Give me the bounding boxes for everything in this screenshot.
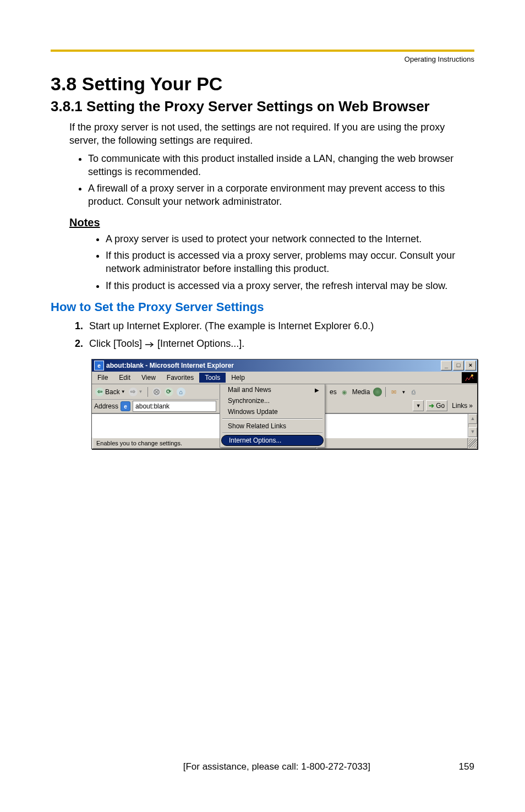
back-arrow-icon: ⇦ (95, 388, 104, 396)
step-2-post: [Internet Options...]. (157, 338, 244, 349)
stop-button[interactable]: ⨂ (152, 388, 161, 396)
address-label: Address (94, 402, 118, 410)
intro-bullets: To communicate with this product install… (69, 152, 474, 209)
menu-favorites[interactable]: Favorites (161, 373, 199, 383)
note-bullet: If this product is accessed via a proxy … (106, 249, 474, 276)
resize-grip-icon[interactable] (468, 439, 477, 448)
ie-address-bar: Address e about:blank (92, 400, 218, 413)
ie-app-icon: e (94, 361, 104, 370)
note-bullet: A proxy server is used to protect your n… (106, 232, 474, 246)
page-icon: e (121, 401, 130, 411)
status-pane (317, 438, 468, 449)
step-2-pre: Click [Tools] (89, 338, 142, 349)
menu-item-label: Synchronize... (228, 397, 270, 405)
menu-separator (222, 418, 322, 419)
intro-bullet: A firewall of a proxy server in a corpor… (88, 182, 474, 209)
truncated-label: es (330, 388, 337, 396)
dropdown-arrow-icon: ▼ (401, 390, 406, 395)
menu-item-related-links[interactable]: Show Related Links (220, 421, 325, 432)
back-label: Back (105, 388, 120, 396)
dropdown-arrow-icon: ▼ (139, 389, 143, 394)
toolbar-separator (385, 387, 386, 397)
subsection-title: 3.8.1 Setting the Proxy Server Settings … (51, 98, 474, 115)
ie-window: e about:blank - Microsoft Internet Explo… (91, 359, 478, 449)
address-input[interactable]: about:blank (133, 401, 216, 412)
steps-list: Start up Internet Explorer. (The example… (69, 319, 474, 351)
close-button[interactable]: × (465, 361, 476, 370)
ie-right-toolbar: es ◉ Media ✉▼ ⎙ (330, 385, 475, 399)
chevron-right-icon: » (469, 402, 473, 410)
arrow-right-icon (145, 337, 155, 351)
media-icon[interactable]: ◉ (340, 388, 349, 396)
menu-tools[interactable]: Tools (199, 373, 226, 383)
page-footer: [For assistance, please call: 1-800-272-… (51, 761, 474, 772)
scroll-down-button[interactable]: ▼ (468, 427, 477, 437)
forward-button[interactable]: ⇨ ▼ (129, 388, 143, 396)
menu-edit[interactable]: Edit (113, 373, 136, 383)
refresh-button[interactable]: ⟳ (165, 388, 173, 396)
menu-item-synchronize[interactable]: Synchronize... (220, 395, 325, 406)
links-label: Links (452, 402, 467, 410)
dropdown-arrow-icon: ▼ (121, 389, 125, 394)
back-button[interactable]: ⇦ Back ▼ (95, 388, 125, 396)
ie-toolbar: ⇦ Back ▼ ⇨ ▼ ⨂ ⟳ ⌂ Address e a (92, 384, 477, 413)
submenu-arrow-icon: ▶ (315, 387, 319, 393)
step-2: Click [Tools] [Internet Options...]. (86, 336, 474, 351)
footer-spacer (51, 761, 95, 772)
section-title: 3.8 Setting Your PC (51, 73, 474, 95)
links-toolbar[interactable]: Links » (450, 401, 475, 411)
ie-address-right: ▼ ➜ Go Links » (330, 400, 475, 412)
menu-item-label: Internet Options... (229, 437, 281, 444)
notes-heading: Notes (69, 216, 474, 229)
menu-item-internet-options[interactable]: Internet Options... (221, 435, 324, 446)
tools-dropdown: Mail and News ▶ Synchronize... Windows U… (220, 384, 325, 448)
ie-nav-buttons: ⇦ Back ▼ ⇨ ▼ ⨂ ⟳ ⌂ (92, 384, 218, 399)
history-icon[interactable] (373, 388, 382, 396)
address-dropdown-button[interactable]: ▼ (413, 400, 424, 411)
notes-bullets: A proxy server is used to protect your n… (91, 232, 474, 292)
menu-item-label: Show Related Links (228, 422, 286, 430)
throbber-icon (462, 372, 477, 383)
mail-icon[interactable]: ✉ (389, 388, 398, 396)
ie-titlebar[interactable]: e about:blank - Microsoft Internet Explo… (92, 359, 477, 372)
maximize-button[interactable]: □ (453, 361, 464, 370)
scrollbar[interactable]: ▲ ▼ (468, 414, 477, 437)
menu-separator (222, 433, 322, 434)
menu-item-label: Windows Update (228, 408, 278, 416)
menu-item-windows-update[interactable]: Windows Update (220, 406, 325, 417)
page-number: 159 (459, 761, 474, 772)
go-button[interactable]: ➜ Go (426, 400, 447, 411)
ie-window-title: about:blank - Microsoft Internet Explore… (106, 362, 441, 369)
footer-assist-text: [For assistance, please call: 1-800-272-… (183, 761, 370, 772)
menu-item-mail-news[interactable]: Mail and News ▶ (220, 384, 325, 395)
menu-help[interactable]: Help (226, 373, 250, 383)
minimize-button[interactable]: _ (441, 361, 452, 370)
go-arrow-icon: ➜ (429, 402, 434, 410)
home-button[interactable]: ⌂ (177, 388, 185, 396)
running-head: Operating Instructions (51, 55, 474, 63)
intro-bullet: To communicate with this product install… (88, 152, 474, 179)
print-icon[interactable]: ⎙ (409, 388, 418, 396)
svg-point-2 (471, 374, 473, 377)
intro-paragraph: If the proxy server is not used, the set… (69, 121, 474, 148)
forward-arrow-icon: ⇨ (129, 388, 138, 396)
toolbar-separator (147, 387, 148, 397)
header-rule (51, 50, 474, 52)
scroll-up-button[interactable]: ▲ (468, 414, 477, 424)
step-1: Start up Internet Explorer. (The example… (86, 319, 474, 333)
menu-view[interactable]: View (136, 373, 161, 383)
note-bullet: If this product is accessed via a proxy … (106, 279, 474, 292)
go-label: Go (436, 402, 445, 410)
media-label[interactable]: Media (352, 388, 370, 396)
ie-menubar: File Edit View Favorites Tools Help (92, 372, 477, 384)
howto-heading: How to Set the Proxy Server Settings (51, 300, 474, 314)
menu-file[interactable]: File (92, 373, 113, 383)
menu-item-label: Mail and News (228, 386, 271, 394)
